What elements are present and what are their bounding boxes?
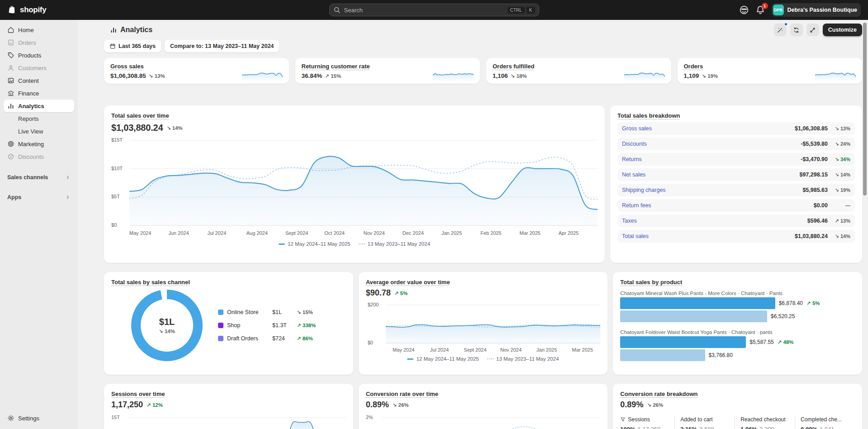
y-tick: $15T xyxy=(111,137,123,143)
sidebar-label: Products xyxy=(18,52,41,59)
breakdown-row: Gross sales $1,06,308.85 ↘ 13% xyxy=(617,122,855,135)
search-placeholder: Search xyxy=(344,7,363,14)
refresh-button[interactable] xyxy=(790,24,803,36)
product-bar-previous xyxy=(620,310,767,322)
store-avatar: DPB xyxy=(773,5,784,15)
card-title[interactable]: Average order value over time xyxy=(366,279,450,286)
breakdown-link[interactable]: Gross sales xyxy=(622,125,795,132)
total-sales-value: $1,03,880.24 xyxy=(111,123,163,133)
sidebar-item-products[interactable]: Products xyxy=(4,49,74,62)
sidebar-item-customers[interactable]: Customers xyxy=(4,62,74,74)
aov-value: $90.78 xyxy=(366,288,391,298)
conversion-rate-breakdown-card: Conversion rate breakdown 0.89% ↘ 26% Se… xyxy=(613,384,862,429)
card-title[interactable]: Total sales by sales channel xyxy=(111,279,190,286)
x-axis: May 2024Jul 2024 Sept 2024Nov 2024 Jan 2… xyxy=(366,347,601,353)
sidebar-item-discounts[interactable]: Discounts xyxy=(4,150,74,163)
card-title[interactable]: Sessions over time xyxy=(111,391,165,397)
sidebar-item-marketing[interactable]: Marketing xyxy=(4,138,74,150)
card-title[interactable]: Conversion rate breakdown xyxy=(620,391,697,397)
metric-title[interactable]: Returning customer rate xyxy=(302,63,370,70)
page-scrollbar[interactable] xyxy=(863,23,867,195)
shopify-logo[interactable]: shopify xyxy=(7,5,46,15)
legend-swatch xyxy=(218,336,223,341)
breakdown-link[interactable]: Total sales xyxy=(622,233,795,239)
total-sales-breakdown-card: Total sales breakdown Gross sales $1,06,… xyxy=(610,105,862,263)
sidebar-label: Discounts xyxy=(18,153,44,160)
legend-swatch xyxy=(218,323,223,328)
metric-title[interactable]: Orders xyxy=(684,63,703,70)
sidebar-item-content[interactable]: Content xyxy=(4,74,74,87)
aov-line-chart xyxy=(386,301,601,345)
sidebar-item-home[interactable]: Home xyxy=(4,24,74,36)
sidebar-item-settings[interactable]: Settings xyxy=(4,412,74,424)
compare-filter[interactable]: Compare to: 13 May 2023–11 May 2024 xyxy=(165,40,279,52)
notification-dot xyxy=(784,22,788,26)
metric-title[interactable]: Gross sales xyxy=(110,63,144,70)
gear-icon xyxy=(7,415,14,422)
discount-icon xyxy=(7,153,14,160)
funnel-step-reached-checkout: Reached checkout 1.96%2,300 xyxy=(735,415,795,429)
funnel-step-completed-checkout: Completed che... 0.89%1,041 xyxy=(795,415,855,429)
sidebar-item-finance[interactable]: Finance xyxy=(4,87,74,100)
sidebar-item-orders[interactable]: Orders xyxy=(4,36,74,49)
product-group: Chatoyant Foldover Waist Bootcut Yoga Pa… xyxy=(620,329,855,361)
chevron-right-icon xyxy=(65,195,71,200)
sidebar-section-apps[interactable]: Apps xyxy=(4,192,74,203)
store-switcher[interactable]: DPB Debra's Passion Boutique xyxy=(772,3,861,17)
orders-icon xyxy=(7,39,14,46)
donut-center-value: $1L xyxy=(159,317,175,327)
breakdown-link[interactable]: Net sales xyxy=(622,172,799,178)
sidebar-item-live-view[interactable]: Live View xyxy=(4,125,74,138)
legend-solid-swatch xyxy=(407,358,413,360)
notifications-bell-icon[interactable]: 1 xyxy=(755,5,765,15)
card-title[interactable]: Total sales by product xyxy=(620,279,682,286)
conversion-breakdown-delta: ↘ 26% xyxy=(647,402,663,408)
breakdown-link[interactable]: Return fees xyxy=(622,202,814,209)
funnel-step-sessions: Sessions 100%1,17,250 xyxy=(620,415,674,429)
metric-delta: ↘ 18% xyxy=(511,73,527,79)
sidebar-section-sales-channels[interactable]: Sales channels xyxy=(4,172,74,183)
breakdown-row: Discounts -$5,539.80 ↘ 24% xyxy=(617,138,855,150)
tag-icon xyxy=(7,52,14,59)
y-tick: $200 xyxy=(368,302,379,307)
sidekick-icon[interactable] xyxy=(739,5,749,15)
legend-dotted-swatch xyxy=(487,358,493,359)
target-icon xyxy=(7,140,14,148)
y-tick: $0 xyxy=(111,222,117,228)
average-order-value-card: Average order value over time $90.78 ↗ 5… xyxy=(359,272,608,375)
legend-item: Online Store $1L ↘ 15% xyxy=(218,309,316,315)
total-sales-delta: ↘ 14% xyxy=(166,125,182,131)
conversion-delta: ↘ 26% xyxy=(393,402,409,408)
sessions-line-chart xyxy=(128,413,346,429)
legend-solid-swatch xyxy=(279,243,285,245)
date-range-filter[interactable]: Last 365 days xyxy=(104,40,161,52)
search-input[interactable]: Search CTRL K xyxy=(329,4,539,16)
card-title[interactable]: Total sales breakdown xyxy=(617,112,680,119)
metric-card-gross-sales: Gross sales $1,06,308.85 ↘ 13% xyxy=(104,58,289,84)
sidebar-label: Home xyxy=(18,27,34,33)
metric-title[interactable]: Orders fulfilled xyxy=(493,63,534,70)
breakdown-link[interactable]: Discounts xyxy=(622,141,801,147)
logo-text: shopify xyxy=(20,5,46,14)
breakdown-link[interactable]: Returns xyxy=(622,156,801,162)
breakdown-link[interactable]: Shipping charges xyxy=(622,187,802,193)
sidebar-item-reports[interactable]: Reports xyxy=(4,112,74,125)
legend-item: Draft Orders $724 ↗ 86% xyxy=(218,335,316,342)
card-title[interactable]: Total sales over time xyxy=(111,112,169,119)
sidebar-item-analytics[interactable]: Analytics xyxy=(4,100,74,112)
channel-donut-chart: $1L ↘ 14% xyxy=(131,290,203,361)
product-group: Chatoyant Mineral Wash Plus Pants - More… xyxy=(620,291,855,322)
bank-icon xyxy=(7,90,14,97)
breakdown-link[interactable]: Taxes xyxy=(622,218,807,224)
customize-button[interactable]: Customize xyxy=(823,24,862,36)
expand-button[interactable] xyxy=(806,24,819,36)
assistant-magic-button[interactable] xyxy=(774,24,787,36)
sidebar: Home Orders Products Customers Content F… xyxy=(0,20,78,429)
calendar-icon xyxy=(109,43,116,49)
y-tick: 2% xyxy=(366,415,373,420)
key-k: K xyxy=(526,7,535,14)
product-label: Chatoyant Mineral Wash Plus Pants - More… xyxy=(620,291,855,296)
card-title[interactable]: Conversion rate over time xyxy=(366,391,438,397)
y-tick: $10T xyxy=(111,166,123,171)
topbar: shopify Search CTRL K 1 DPB Debra's Pass… xyxy=(0,0,868,20)
